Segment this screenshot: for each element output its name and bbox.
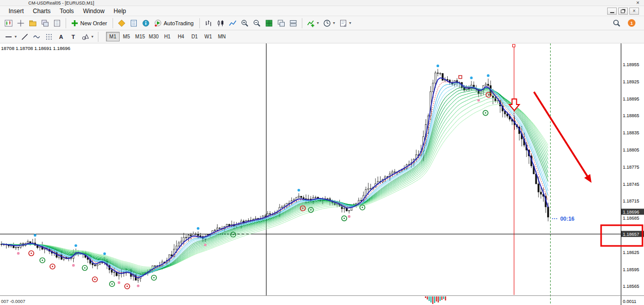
child-minimize-button[interactable] bbox=[607, 8, 617, 15]
window-close-button[interactable]: × bbox=[636, 0, 639, 6]
menu-charts[interactable]: Charts bbox=[28, 7, 55, 16]
sell-dot bbox=[487, 74, 490, 77]
crosshair-mode-button[interactable] bbox=[15, 18, 27, 29]
cascade-windows-button[interactable] bbox=[275, 18, 287, 29]
price-axis[interactable]: 1.189551.189251.188951.188651.188351.188… bbox=[601, 62, 644, 289]
timeframe-h1[interactable]: H1 bbox=[160, 32, 174, 41]
line-studies-buttons: ▾AT▾ bbox=[3, 31, 95, 42]
timeframe-d1[interactable]: D1 bbox=[188, 32, 201, 41]
buy-dot bbox=[137, 284, 139, 287]
axis-label: 1.18595 bbox=[623, 267, 639, 272]
histogram-bar bbox=[427, 296, 428, 299]
cursor-line-button[interactable]: ▾ bbox=[3, 31, 19, 42]
periods-icon bbox=[323, 19, 331, 27]
level-lines bbox=[0, 43, 621, 305]
buy-dot bbox=[477, 99, 480, 101]
templates-icon bbox=[339, 19, 347, 27]
current-price-badge: 1.18696 bbox=[623, 210, 639, 215]
histogram-bar bbox=[431, 296, 432, 302]
channels-button[interactable] bbox=[31, 31, 43, 42]
zoom-in-icon bbox=[241, 19, 249, 27]
market-watch-icon bbox=[53, 19, 61, 27]
bar-chart-mode-icon bbox=[204, 19, 212, 27]
metaeditor-icon bbox=[118, 19, 126, 27]
buy-dot bbox=[17, 252, 20, 255]
sell-dot bbox=[470, 77, 472, 79]
axis-label: 1.18775 bbox=[623, 165, 639, 170]
text-tool-icon: A bbox=[57, 33, 65, 41]
autotrading-icon bbox=[154, 19, 162, 27]
indicators-icon bbox=[307, 19, 315, 27]
tile-horizontally-button[interactable] bbox=[287, 18, 299, 29]
price-chart[interactable]: 18708 1.18708 1.18691 1.1869600:161.1895… bbox=[0, 43, 644, 305]
chart-area[interactable]: 18708 1.18708 1.18691 1.1869600:161.1895… bbox=[0, 43, 644, 305]
open-file-button[interactable] bbox=[27, 18, 39, 29]
timeframe-mn[interactable]: MN bbox=[215, 32, 229, 41]
fibonacci-button[interactable] bbox=[43, 31, 55, 42]
shapes-button[interactable]: ▾ bbox=[79, 31, 95, 42]
timeframe-h4[interactable]: H4 bbox=[174, 32, 188, 41]
new-chart-icon bbox=[5, 19, 13, 27]
timeframe-m1[interactable]: M1 bbox=[106, 32, 120, 41]
notifications-button[interactable]: 1 bbox=[626, 18, 637, 29]
zoom-out-button[interactable] bbox=[251, 18, 263, 29]
text-tool-button[interactable]: A bbox=[55, 31, 67, 42]
templates-button[interactable]: ▾ bbox=[337, 18, 353, 29]
profiles-icon bbox=[41, 19, 49, 27]
toolbar-separator bbox=[199, 18, 200, 28]
buy-dot bbox=[72, 264, 75, 267]
autotrading-button[interactable]: AutoTrading bbox=[152, 18, 197, 29]
candle-timer: 00:16 bbox=[560, 216, 574, 222]
toolbar-right-buttons: 1 bbox=[611, 18, 641, 29]
print-preview-button[interactable] bbox=[128, 18, 140, 29]
menu-tools[interactable]: Tools bbox=[55, 7, 78, 16]
cascade-windows-icon bbox=[277, 19, 285, 27]
histogram-bar bbox=[443, 296, 444, 299]
sell-dot bbox=[103, 252, 106, 255]
new-chart-button[interactable] bbox=[3, 18, 15, 29]
chevron-down-icon: ▾ bbox=[91, 34, 93, 39]
window-titlebar: CM-USDReal05 - [EURUSD,M1] × bbox=[0, 0, 644, 6]
line-chart-mode-button[interactable] bbox=[227, 18, 239, 29]
profiles-button[interactable] bbox=[39, 18, 51, 29]
toolbar-separator bbox=[302, 18, 302, 28]
menu-window[interactable]: Window bbox=[78, 7, 109, 16]
histogram-bar bbox=[440, 296, 441, 301]
axis-label: 1.18565 bbox=[623, 284, 639, 289]
buy-dot bbox=[204, 243, 206, 246]
histogram-bar bbox=[438, 296, 439, 302]
zoom-in-button[interactable] bbox=[239, 18, 251, 29]
histogram-bar bbox=[428, 296, 430, 301]
search-button[interactable] bbox=[611, 18, 623, 29]
search-icon bbox=[613, 19, 621, 27]
standard-toolbar: New OrderAutoTrading▾▾▾ 1 bbox=[0, 16, 644, 30]
window-title: CM-USDReal05 - [EURUSD,M1] bbox=[28, 1, 94, 6]
metaeditor-button[interactable] bbox=[116, 18, 128, 29]
menu-help[interactable]: Help bbox=[109, 7, 131, 16]
trendline-button[interactable] bbox=[19, 31, 31, 42]
crosshair-mode-icon bbox=[17, 19, 25, 27]
timeframe-m15[interactable]: M15 bbox=[133, 32, 147, 41]
timeframe-m5[interactable]: M5 bbox=[120, 32, 133, 41]
timeframe-m30[interactable]: M30 bbox=[147, 32, 160, 41]
vline-handle bbox=[513, 44, 515, 47]
candlestick-mode-button[interactable] bbox=[214, 18, 227, 29]
chevron-down-icon: ▾ bbox=[333, 21, 335, 25]
indicators-button[interactable]: ▾ bbox=[305, 18, 321, 29]
timeframe-w1[interactable]: W1 bbox=[201, 32, 215, 41]
toolbar-separator bbox=[113, 18, 113, 28]
label-tool-button[interactable]: T bbox=[67, 31, 79, 42]
axis-label: 1.18715 bbox=[623, 198, 639, 204]
bar-chart-mode-button[interactable] bbox=[202, 18, 214, 29]
tile-windows-button[interactable] bbox=[263, 18, 275, 29]
histogram-bar bbox=[445, 296, 446, 300]
child-close-button[interactable]: × bbox=[629, 8, 639, 15]
axis-label: 1.18805 bbox=[623, 147, 639, 152]
new-order-button[interactable]: New Order bbox=[69, 18, 110, 29]
menu-insert[interactable]: Insert bbox=[4, 7, 28, 16]
axis-label: 1.18745 bbox=[623, 182, 639, 187]
expert-info-button[interactable] bbox=[140, 18, 152, 29]
child-restore-button[interactable] bbox=[618, 8, 628, 15]
market-watch-button[interactable] bbox=[51, 18, 63, 29]
periods-button[interactable]: ▾ bbox=[321, 18, 337, 29]
